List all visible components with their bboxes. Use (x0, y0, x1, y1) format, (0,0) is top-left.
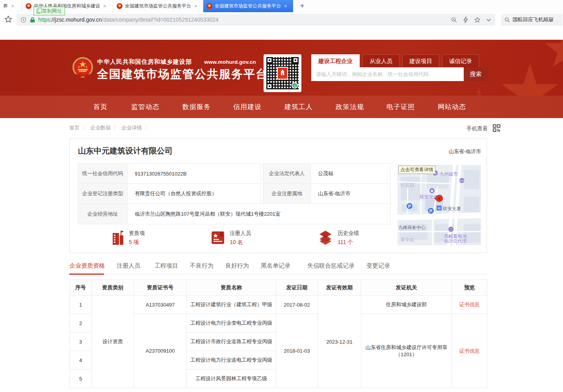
nav-item-home[interactable]: 首页 (93, 102, 108, 111)
issue-date: 2017-08-02 (276, 296, 318, 314)
close-icon[interactable]: × (194, 3, 197, 9)
nav-item-policy[interactable]: 政策法规 (336, 102, 364, 111)
issuing-authority: 山东省住房和城乡建设厅许可专用章 （1201） (361, 314, 452, 388)
mobile-view-label[interactable]: 手机查看 (466, 125, 488, 132)
ministry-name: 中华人民共和国住房和城乡建设部 www.mohurd.gov.cn (97, 58, 256, 66)
tab-blacklist[interactable]: 黑名单记录 (261, 262, 290, 270)
browser-tab-1[interactable]: 界 × (0, 0, 22, 12)
browser-tab-bar: 界 × 中华人民共和国住房和城乡建设 × 全国建筑市场监管公共服务平台 × 全国… (0, 0, 563, 12)
tab-qualifications[interactable]: 企业资质资格 (69, 262, 105, 270)
chevron-down-icon[interactable] (486, 17, 491, 22)
tab-good-behavior[interactable]: 良好行为 (225, 262, 249, 270)
browser-tab-3[interactable]: 全国建筑市场监管公共服务平台 × (113, 0, 203, 12)
tab-title: 全国建筑市场监管公共服务平台 (125, 3, 191, 9)
company-region: 山东省-临沂市 (449, 148, 481, 155)
new-tab-button[interactable]: + (297, 1, 307, 11)
star-decoration (544, 40, 563, 71)
breadcrumb-company-detail[interactable]: 企业详情 (121, 125, 142, 131)
tab-dishonesty[interactable]: 失信联合惩戒记录 (307, 262, 355, 270)
issuing-authority: 住房和城乡建设部 (361, 296, 452, 314)
search-tab-enterprise[interactable]: 建设工程企业 (311, 54, 360, 67)
tab-title: 界 (3, 3, 8, 9)
search-category-tabs: 建设工程企业 从业人员 建设项目 诚信记录 (311, 54, 488, 67)
main-nav: 首页 监管动态 数据服务 信用建设 建筑工人 政策法规 电子证照 网站动态 (0, 96, 563, 118)
cert-name: 工程设计市政行业道路工程专业丙级 (187, 333, 276, 351)
breadcrumb-home[interactable]: 首页 (69, 125, 80, 131)
col-authority: 发证机关 (361, 280, 452, 296)
building-poi-icon: ▤ (436, 205, 442, 211)
certificate-info-link[interactable]: 证书信息 (459, 348, 480, 354)
validity-date: 2023-12-31 (318, 296, 361, 388)
tab-registered-personnel[interactable]: 注册人员 (117, 262, 140, 270)
legal-rep-value: 公茂福 (310, 163, 391, 184)
breadcrumb-company-data[interactable]: 企业数据 (90, 125, 111, 131)
search-input-row: 搜索 (311, 67, 488, 81)
address-bar[interactable]: https://jzsc.mohurd.gov.cn/data/company/… (17, 14, 495, 26)
close-icon[interactable]: × (103, 3, 106, 9)
company-card: 山东中元建筑设计有限公司 山东省-临沂市 统一社会信用代码 9137130267… (69, 139, 487, 253)
stat-registered-personnel: 注册人员 10 名 (211, 230, 251, 246)
search-tab-personnel[interactable]: 从业人员 (362, 54, 399, 67)
col-cert-name: 资质名称 (187, 280, 276, 296)
layers-icon (318, 230, 333, 245)
copy-url-label: 复制网址 (42, 8, 62, 15)
nav-item-credit[interactable]: 信用建设 (233, 102, 262, 111)
flash-icon[interactable] (463, 17, 468, 23)
copy-url-tooltip: 复制网址 (33, 7, 65, 15)
map-label-xinhuayuan: 新华苑 (401, 237, 414, 243)
copy-icon (37, 9, 40, 13)
search-input[interactable] (311, 67, 464, 81)
building-icon (111, 230, 124, 245)
favorite-star-icon[interactable] (474, 17, 481, 23)
stat-value[interactable]: 5 项 (129, 239, 145, 246)
mobile-qr-icon[interactable] (493, 124, 500, 132)
bookmark-star-icon[interactable] (4, 15, 13, 24)
quick-search-box[interactable]: 国航回应飞机颠簸 (501, 14, 563, 26)
tab-change-records[interactable]: 变更记录 (366, 262, 390, 270)
address-bar-actions (451, 14, 491, 26)
parking-icon: P (427, 207, 434, 214)
stat-value[interactable]: 111 个 (338, 239, 359, 246)
shield-icon[interactable] (20, 17, 27, 23)
row-index: 5 (70, 370, 92, 388)
col-cert-no: 资质证书号 (134, 280, 187, 296)
stat-label: 资质项 (129, 230, 145, 237)
cert-no: A137030497 (134, 296, 187, 314)
national-emblem-icon (71, 56, 94, 79)
stat-label: 历史业绩 (338, 230, 359, 237)
search-button[interactable]: 搜索 (464, 67, 488, 81)
close-icon[interactable]: × (11, 3, 14, 9)
col-index: 序号 (70, 280, 92, 296)
browser-tab-active[interactable]: 全国建筑市场监管公共服务平台 × (203, 0, 293, 12)
company-location-map[interactable]: ◉ 九州超市 ATM 纪花园 ▣ 联安现代城 ▤ 联安大厦 P P 九峰商务中心… (398, 165, 481, 245)
qr-finder (292, 57, 299, 63)
stat-value[interactable]: 10 名 (230, 239, 251, 246)
nav-item-site-news[interactable]: 网站动态 (438, 102, 466, 111)
nav-item-e-license[interactable]: 电子证照 (386, 102, 415, 111)
cert-name: 工程设计电力行业送电工程专业丙级 (187, 351, 276, 370)
nav-item-supervision[interactable]: 监管动态 (131, 102, 160, 111)
page: 界 × 中华人民共和国住房和城乡建设 × 全国建筑市场监管公共服务平台 × 全国… (0, 0, 563, 392)
qr-finder (266, 57, 273, 63)
tab-projects[interactable]: 工程项目 (154, 262, 178, 270)
close-icon[interactable]: × (284, 3, 287, 9)
credit-code-label: 统一社会信用代码 (78, 163, 128, 184)
tab-bad-behavior[interactable]: 不良行为 (190, 262, 214, 270)
qr-code: S (266, 57, 299, 89)
zoom-out-icon[interactable] (451, 17, 457, 23)
nav-item-data-service[interactable]: 数据服务 (182, 102, 211, 111)
map-label-battery-2: 临沂总代理 (444, 238, 467, 244)
map-label-business-center: 九峰商务中心 (398, 225, 426, 231)
map-label-garden: 纪花园 (401, 182, 414, 188)
lock-icon[interactable] (30, 17, 35, 23)
address-label: 企业经营地址 (78, 203, 128, 224)
search-tab-project[interactable]: 建设项目 (402, 54, 439, 67)
cert-name: 工程设计建筑行业（建筑工程）甲级 (187, 296, 276, 314)
search-tab-credit[interactable]: 诚信记录 (442, 54, 479, 67)
reg-type-value: 有限责任公司（自然人投资或控股） (127, 183, 261, 204)
certificate-info-link[interactable]: 证书信息 (459, 301, 480, 307)
nav-item-workers[interactable]: 建筑工人 (284, 102, 313, 111)
breadcrumb-separator: 〉 (113, 125, 119, 131)
ministry-url: www.mohurd.gov.cn (204, 59, 256, 65)
cert-no: A237009100 (134, 314, 187, 388)
